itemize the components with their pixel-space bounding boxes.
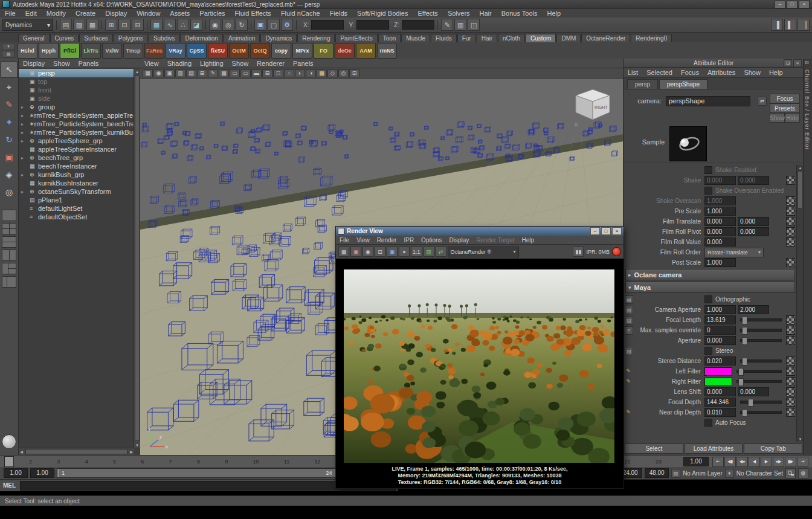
field-chart-icon[interactable]: ⊟ (262, 69, 272, 77)
shelf-item-aam[interactable]: AAM (356, 43, 376, 59)
aperture-slider[interactable] (740, 339, 782, 342)
shadows-icon[interactable]: ◑ (306, 69, 316, 77)
textured-icon[interactable]: ▩ (317, 69, 327, 77)
shake-x-input[interactable]: 0.000 (704, 176, 736, 185)
render-region-button[interactable]: ⊡ (375, 247, 385, 257)
map-button[interactable] (786, 217, 795, 226)
scroll-down-icon[interactable]: ▼ (798, 436, 803, 442)
map-button[interactable] (786, 258, 795, 267)
outliner-item[interactable]: octaneSunSkyTransform (19, 187, 134, 196)
shelf-item-octm[interactable]: OctM (229, 43, 249, 59)
outliner-item[interactable]: top (19, 77, 134, 86)
render-view-titlebar[interactable]: Render View –□× (336, 227, 624, 236)
new-scene-icon[interactable]: ▤ (60, 19, 72, 31)
expand-arrow-icon[interactable] (21, 113, 27, 118)
scroll-up-icon[interactable]: ▲ (135, 69, 140, 74)
camera-name-input[interactable]: perspShape (666, 96, 750, 106)
select-object-icon[interactable]: ⊡ (118, 19, 130, 31)
pan-zoom-icon[interactable]: ⊞ (197, 69, 207, 77)
open-scene-icon[interactable]: ▨ (73, 19, 85, 31)
map-button[interactable] (786, 227, 795, 236)
shelf-tab[interactable]: nCloth (498, 34, 525, 42)
focal-length-input[interactable]: 13.619 (704, 315, 736, 324)
shelf-tab[interactable]: Dynamics (260, 34, 297, 42)
display-alpha-button[interactable]: ● (399, 247, 410, 257)
aperture-input[interactable]: 0.000 (704, 336, 736, 345)
shelf-tab[interactable]: Rendering (297, 34, 335, 42)
viewport-menu-item[interactable]: Shading (163, 60, 196, 67)
menu-item[interactable]: Help (542, 10, 566, 17)
shelf-item-copy[interactable]: copy (271, 43, 291, 59)
select-hierarchy-icon[interactable]: ⊞ (105, 19, 117, 31)
shake-y-input[interactable]: 0.000 (738, 176, 769, 185)
safe-action-icon[interactable]: □ (273, 69, 283, 77)
keep-image-button[interactable]: ▥ (424, 247, 434, 257)
outliner-hscrollbar[interactable]: ◀ ▶ (19, 448, 134, 455)
toolbox-extra-icon[interactable] (2, 434, 16, 449)
map-button[interactable] (786, 237, 795, 247)
pre-scale-input[interactable]: 1.000 (704, 207, 736, 216)
menu-item[interactable]: Hair (475, 10, 497, 17)
outliner-item[interactable]: appleTreeSphere_grp (19, 137, 134, 145)
attribute-editor-tab[interactable]: perspShape (659, 79, 707, 89)
focal-length-slider[interactable] (740, 318, 782, 321)
select-component-icon[interactable]: ⊟ (132, 19, 144, 31)
menu-item[interactable]: Modify (42, 10, 71, 17)
menu-item[interactable]: File (0, 10, 21, 17)
paint-select-tool-button[interactable]: ✎ (1, 96, 18, 113)
tool-settings-toggle-icon[interactable]: ▌ (784, 19, 796, 31)
display-rgb-button[interactable]: ▣ (387, 247, 398, 257)
rv-minimize-button[interactable]: – (590, 227, 600, 235)
map-button[interactable] (786, 367, 795, 376)
menu-item[interactable]: Soft/Rigid Bodies (352, 10, 413, 17)
window-titlebar[interactable]: Autodesk Maya 2012 Hotfix 4 x64: D:\WORK… (0, 0, 812, 9)
lens-shift-x-input[interactable]: 0.000 (704, 387, 736, 396)
scroll-down-icon[interactable]: ▼ (135, 442, 140, 448)
outliner-item[interactable]: defaultObjectSet (19, 213, 134, 221)
outliner-item[interactable]: kurnikBushInstancer (19, 179, 134, 187)
shelf-tab[interactable]: PaintEffects (335, 34, 377, 42)
render-view-menu-item[interactable]: Help (518, 237, 538, 243)
copy-tab-button[interactable]: Copy Tab (744, 443, 802, 454)
rv-maximize-button[interactable]: □ (601, 227, 611, 235)
rendered-image[interactable] (344, 269, 614, 464)
z-coordinate-input[interactable] (402, 20, 434, 30)
lock-selection-icon[interactable]: ◉ (209, 19, 221, 31)
ipr-render-icon[interactable]: ▢ (268, 19, 280, 31)
attribute-editor-menu-item[interactable]: List (624, 69, 642, 76)
play-forwards-button[interactable]: ▶ (761, 457, 772, 467)
menu-item[interactable]: Create (71, 10, 100, 17)
connection-pencil-icon[interactable]: ✎ (625, 367, 632, 375)
channel-box-vertical-tab[interactable]: Channel Box / Layer Editor (804, 69, 810, 150)
render-view-window[interactable]: Render View –□× FileViewRenderIPROptions… (335, 226, 624, 489)
go-to-end-button[interactable]: ⇥ (797, 457, 808, 467)
outliner-item[interactable]: defaultLightSet (19, 204, 134, 213)
go-to-start-button[interactable]: ⇤ (712, 457, 724, 467)
resolution-gate-icon[interactable]: ▭ (240, 69, 251, 77)
dock-pin-icon[interactable]: ⊡ (805, 60, 809, 65)
grid-icon[interactable]: ▦ (219, 69, 229, 77)
render-view-menu-item[interactable]: File (336, 237, 353, 243)
section-octane-camera[interactable]: ▸ Octane camera (625, 269, 795, 280)
expand-arrow-icon[interactable] (21, 172, 27, 178)
anim-layer-dropdown[interactable]: No Anim Layer (683, 470, 723, 477)
paint-effects-icon[interactable]: ✎ (441, 19, 453, 31)
shelf-item-fixsu[interactable]: fixSU (208, 43, 228, 59)
input-connection-icon[interactable]: ▤ (625, 316, 633, 324)
gate-mask-icon[interactable]: ▬ (251, 69, 262, 77)
camera-select-icon[interactable]: ▦ (143, 69, 153, 77)
layout-two-stack-button[interactable] (2, 236, 16, 248)
expand-arrow-icon[interactable] (21, 121, 27, 127)
attribute-editor-menu-item[interactable]: Focus (677, 69, 703, 76)
connection-pencil-icon[interactable]: ✎ (625, 408, 632, 416)
map-button[interactable] (786, 336, 795, 345)
command-line-label[interactable]: MEL (3, 482, 20, 489)
step-back-key-button[interactable]: ◀● (736, 457, 748, 467)
outliner-menu-item[interactable]: Display (19, 60, 49, 67)
outliner-item[interactable]: pPlane1 (19, 196, 134, 204)
toggle-panel-icon[interactable]: ◫ (468, 19, 480, 31)
stereo-distance-input[interactable]: 0.020 (704, 356, 736, 366)
render-view-menu-item[interactable]: IPR (400, 237, 417, 243)
render-settings-icon[interactable]: ⚙ (281, 19, 293, 31)
current-time-field[interactable]: 1.00 (683, 457, 709, 466)
